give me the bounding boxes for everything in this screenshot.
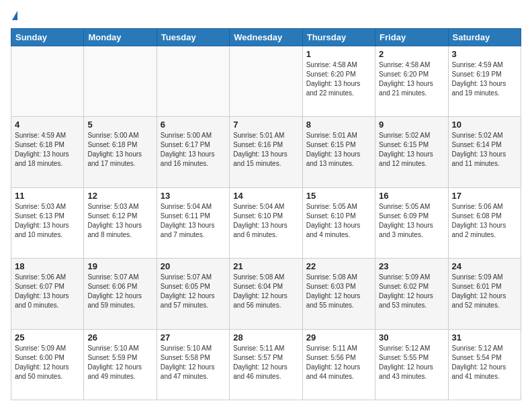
calendar-cell: 20Sunrise: 5:07 AMSunset: 6:05 PMDayligh… <box>157 259 229 329</box>
day-number: 13 <box>161 191 226 201</box>
calendar-cell: 8Sunrise: 5:01 AMSunset: 6:15 PMDaylight… <box>302 117 375 187</box>
day-info: Sunrise: 5:03 AMSunset: 6:12 PMDaylight:… <box>87 202 152 240</box>
calendar-header-thursday: Thursday <box>302 29 375 46</box>
day-info: Sunrise: 5:10 AMSunset: 5:58 PMDaylight:… <box>161 344 226 381</box>
calendar-cell: 17Sunrise: 5:06 AMSunset: 6:08 PMDayligh… <box>448 187 521 258</box>
calendar-header-sunday: Sunday <box>11 29 84 46</box>
calendar-cell: 26Sunrise: 5:10 AMSunset: 5:59 PMDayligh… <box>84 329 157 400</box>
calendar-cell: 2Sunrise: 4:58 AMSunset: 6:20 PMDaylight… <box>375 46 448 117</box>
day-info: Sunrise: 5:02 AMSunset: 6:15 PMDaylight:… <box>379 131 444 169</box>
day-number: 14 <box>233 191 298 201</box>
day-info: Sunrise: 5:11 AMSunset: 5:56 PMDaylight:… <box>306 344 371 381</box>
calendar-cell: 12Sunrise: 5:03 AMSunset: 6:12 PMDayligh… <box>84 187 157 258</box>
calendar-header-wednesday: Wednesday <box>230 29 302 46</box>
calendar-cell: 13Sunrise: 5:04 AMSunset: 6:11 PMDayligh… <box>157 187 229 258</box>
calendar-header-saturday: Saturday <box>448 29 521 46</box>
day-number: 19 <box>87 261 152 271</box>
calendar-header-monday: Monday <box>84 29 157 46</box>
day-info: Sunrise: 5:06 AMSunset: 6:08 PMDaylight:… <box>452 202 517 240</box>
calendar-cell: 1Sunrise: 4:58 AMSunset: 6:20 PMDaylight… <box>302 46 375 117</box>
day-number: 24 <box>452 261 517 271</box>
day-info: Sunrise: 5:00 AMSunset: 6:18 PMDaylight:… <box>87 131 152 169</box>
day-info: Sunrise: 5:07 AMSunset: 6:05 PMDaylight:… <box>161 273 226 310</box>
day-info: Sunrise: 5:12 AMSunset: 5:54 PMDaylight:… <box>452 344 517 381</box>
calendar-cell: 30Sunrise: 5:12 AMSunset: 5:55 PMDayligh… <box>375 329 448 400</box>
logo-text <box>11 11 17 21</box>
day-info: Sunrise: 4:58 AMSunset: 6:20 PMDaylight:… <box>306 60 371 98</box>
day-info: Sunrise: 5:04 AMSunset: 6:11 PMDaylight:… <box>161 202 226 240</box>
page: SundayMondayTuesdayWednesdayThursdayFrid… <box>0 0 532 411</box>
calendar-cell: 31Sunrise: 5:12 AMSunset: 5:54 PMDayligh… <box>448 329 521 400</box>
day-info: Sunrise: 5:02 AMSunset: 6:14 PMDaylight:… <box>452 131 517 169</box>
day-number: 22 <box>306 261 371 271</box>
calendar-header-friday: Friday <box>375 29 448 46</box>
day-number: 11 <box>15 191 80 201</box>
calendar-cell: 11Sunrise: 5:03 AMSunset: 6:13 PMDayligh… <box>11 187 84 258</box>
day-number: 28 <box>233 332 298 342</box>
calendar-header-row: SundayMondayTuesdayWednesdayThursdayFrid… <box>11 29 521 46</box>
calendar-cell: 5Sunrise: 5:00 AMSunset: 6:18 PMDaylight… <box>84 117 157 187</box>
day-info: Sunrise: 4:59 AMSunset: 6:19 PMDaylight:… <box>452 60 517 98</box>
day-info: Sunrise: 5:09 AMSunset: 6:00 PMDaylight:… <box>15 344 80 381</box>
day-info: Sunrise: 4:59 AMSunset: 6:18 PMDaylight:… <box>15 131 80 169</box>
day-number: 3 <box>452 49 517 59</box>
calendar-cell: 18Sunrise: 5:06 AMSunset: 6:07 PMDayligh… <box>11 259 84 329</box>
calendar-week-row: 1Sunrise: 4:58 AMSunset: 6:20 PMDaylight… <box>11 46 521 117</box>
calendar-week-row: 25Sunrise: 5:09 AMSunset: 6:00 PMDayligh… <box>11 329 521 400</box>
calendar-cell: 23Sunrise: 5:09 AMSunset: 6:02 PMDayligh… <box>375 259 448 329</box>
calendar-cell <box>11 46 84 117</box>
day-number: 1 <box>306 49 371 59</box>
day-number: 4 <box>15 120 80 130</box>
day-number: 26 <box>87 332 152 342</box>
day-number: 8 <box>306 120 371 130</box>
calendar-week-row: 4Sunrise: 4:59 AMSunset: 6:18 PMDaylight… <box>11 117 521 187</box>
calendar-cell <box>230 46 302 117</box>
calendar-cell: 16Sunrise: 5:05 AMSunset: 6:09 PMDayligh… <box>375 187 448 258</box>
calendar-table: SundayMondayTuesdayWednesdayThursdayFrid… <box>11 28 521 400</box>
day-info: Sunrise: 5:10 AMSunset: 5:59 PMDaylight:… <box>87 344 152 381</box>
day-number: 30 <box>379 332 444 342</box>
day-number: 9 <box>379 120 444 130</box>
logo-triangle-icon <box>12 11 17 20</box>
calendar-cell: 25Sunrise: 5:09 AMSunset: 6:00 PMDayligh… <box>11 329 84 400</box>
logo <box>11 11 17 21</box>
calendar-header-tuesday: Tuesday <box>157 29 229 46</box>
header <box>11 11 521 21</box>
day-info: Sunrise: 5:09 AMSunset: 6:01 PMDaylight:… <box>452 273 517 310</box>
day-info: Sunrise: 5:07 AMSunset: 6:06 PMDaylight:… <box>87 273 152 310</box>
day-info: Sunrise: 5:00 AMSunset: 6:17 PMDaylight:… <box>161 131 226 169</box>
calendar-week-row: 11Sunrise: 5:03 AMSunset: 6:13 PMDayligh… <box>11 187 521 258</box>
calendar-cell: 10Sunrise: 5:02 AMSunset: 6:14 PMDayligh… <box>448 117 521 187</box>
day-number: 27 <box>161 332 226 342</box>
day-info: Sunrise: 5:04 AMSunset: 6:10 PMDaylight:… <box>233 202 298 240</box>
calendar-cell: 4Sunrise: 4:59 AMSunset: 6:18 PMDaylight… <box>11 117 84 187</box>
day-number: 31 <box>452 332 517 342</box>
day-info: Sunrise: 5:05 AMSunset: 6:09 PMDaylight:… <box>379 202 444 240</box>
day-number: 18 <box>15 261 80 271</box>
calendar-week-row: 18Sunrise: 5:06 AMSunset: 6:07 PMDayligh… <box>11 259 521 329</box>
day-info: Sunrise: 5:06 AMSunset: 6:07 PMDaylight:… <box>15 273 80 310</box>
day-info: Sunrise: 5:01 AMSunset: 6:16 PMDaylight:… <box>233 131 298 169</box>
calendar-cell: 28Sunrise: 5:11 AMSunset: 5:57 PMDayligh… <box>230 329 302 400</box>
day-info: Sunrise: 5:08 AMSunset: 6:04 PMDaylight:… <box>233 273 298 310</box>
calendar-cell: 27Sunrise: 5:10 AMSunset: 5:58 PMDayligh… <box>157 329 229 400</box>
calendar-cell <box>157 46 229 117</box>
day-number: 17 <box>452 191 517 201</box>
calendar-cell: 6Sunrise: 5:00 AMSunset: 6:17 PMDaylight… <box>157 117 229 187</box>
calendar-cell: 14Sunrise: 5:04 AMSunset: 6:10 PMDayligh… <box>230 187 302 258</box>
day-number: 20 <box>161 261 226 271</box>
day-number: 21 <box>233 261 298 271</box>
calendar-cell: 15Sunrise: 5:05 AMSunset: 6:10 PMDayligh… <box>302 187 375 258</box>
calendar-cell: 21Sunrise: 5:08 AMSunset: 6:04 PMDayligh… <box>230 259 302 329</box>
day-number: 23 <box>379 261 444 271</box>
day-info: Sunrise: 4:58 AMSunset: 6:20 PMDaylight:… <box>379 60 444 98</box>
calendar-cell: 24Sunrise: 5:09 AMSunset: 6:01 PMDayligh… <box>448 259 521 329</box>
day-number: 6 <box>161 120 226 130</box>
day-number: 5 <box>87 120 152 130</box>
day-info: Sunrise: 5:11 AMSunset: 5:57 PMDaylight:… <box>233 344 298 381</box>
day-info: Sunrise: 5:08 AMSunset: 6:03 PMDaylight:… <box>306 273 371 310</box>
calendar-cell: 3Sunrise: 4:59 AMSunset: 6:19 PMDaylight… <box>448 46 521 117</box>
day-number: 12 <box>87 191 152 201</box>
calendar-cell: 22Sunrise: 5:08 AMSunset: 6:03 PMDayligh… <box>302 259 375 329</box>
day-number: 25 <box>15 332 80 342</box>
